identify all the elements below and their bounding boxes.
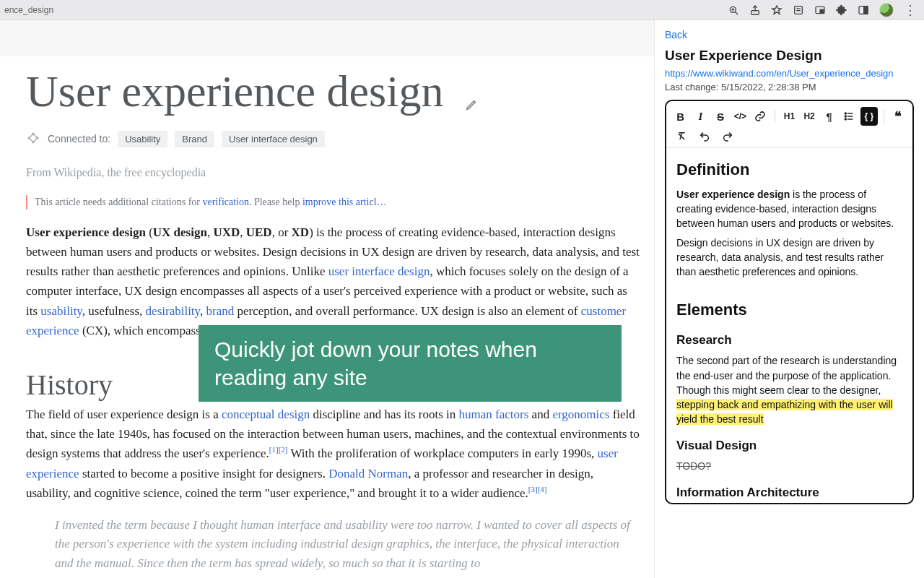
undo-button[interactable]: [697, 129, 712, 144]
note-def-p1: User experience design is the process of…: [676, 187, 902, 231]
reader-icon[interactable]: [793, 4, 804, 16]
note-h-research: Research: [676, 332, 902, 350]
star-icon[interactable]: [771, 4, 783, 16]
highlighted-text: stepping back and empathizing with the u…: [676, 399, 893, 425]
codeblock-button[interactable]: { }: [860, 107, 878, 126]
link-human-factors[interactable]: human factors: [459, 407, 529, 421]
back-link[interactable]: Back: [665, 29, 914, 40]
editor-body[interactable]: Definition User experience design is the…: [666, 148, 912, 503]
link-ergonomics[interactable]: ergonomics: [552, 407, 609, 421]
browser-menu-icon[interactable]: ⋮: [904, 4, 917, 17]
panel-title: User Experience Design: [665, 48, 914, 64]
note-h-definition: Definition: [676, 158, 902, 181]
notice-link-verification[interactable]: verification: [202, 197, 249, 207]
panel-url[interactable]: https://www.wikiwand.com/en/User_experie…: [665, 68, 914, 79]
chip-uid[interactable]: User interface design: [222, 131, 325, 147]
redo-button[interactable]: [720, 129, 736, 144]
bold-button[interactable]: B: [672, 107, 689, 126]
toolbar-separator: [775, 110, 775, 123]
svg-line-3: [736, 12, 738, 14]
svg-marker-5: [772, 6, 781, 14]
svg-point-20: [845, 113, 847, 114]
note-h-elements: Elements: [676, 298, 902, 322]
note-visual-p: TODO?: [676, 459, 902, 473]
panel-meta: Last change: 5/15/2022, 2:28:38 PM: [665, 82, 914, 92]
svg-point-21: [845, 116, 847, 117]
italic-button[interactable]: I: [692, 107, 710, 126]
pip-icon[interactable]: [814, 4, 826, 16]
profile-avatar[interactable]: [879, 3, 894, 17]
notice-link-improve[interactable]: improve this articl…: [302, 197, 387, 207]
term-uxd: User experience design: [26, 225, 146, 239]
notice-text-1: This article needs additional citations …: [35, 197, 202, 207]
ref-3-4[interactable]: [3][4]: [528, 485, 547, 493]
page-title-text: User experience design: [26, 66, 443, 116]
note-h-ia: Information Architecture: [676, 484, 902, 502]
edit-pencil-icon[interactable]: [465, 72, 479, 121]
promo-callout-text: Quickly jot down your notes when reading…: [214, 335, 606, 392]
link-button[interactable]: [751, 107, 769, 126]
intro-paragraph: User experience design (UX design, UXD, …: [26, 223, 640, 340]
svg-rect-10: [820, 9, 824, 12]
zoom-icon[interactable]: [728, 4, 739, 16]
svg-point-22: [845, 118, 847, 120]
h1-button[interactable]: H1: [781, 107, 798, 126]
connected-label: Connected to:: [48, 133, 110, 144]
sidepanel-icon[interactable]: [858, 4, 869, 16]
history-paragraph: The field of user experience design is a…: [26, 405, 640, 503]
ref-1-2[interactable]: [1][2]: [269, 446, 288, 454]
note-h-visual: Visual Design: [676, 437, 902, 455]
norman-quote: I invented the term because I thought hu…: [26, 516, 640, 573]
editor-container: B I S </> H1 H2 ¶ { } ❝: [665, 100, 914, 504]
visual-todo-strike: TODO?: [676, 460, 711, 472]
h2-button[interactable]: H2: [801, 107, 818, 126]
blockquote-button[interactable]: ❝: [889, 107, 907, 126]
link-norman[interactable]: Donald Norman: [328, 467, 408, 480]
list-button[interactable]: [840, 107, 858, 126]
link-conceptual[interactable]: conceptual design: [222, 407, 310, 421]
note-def-p2: Design decisions in UX design are driven…: [676, 236, 902, 280]
from-wikipedia: From Wikipedia, the free encyclopedia: [26, 166, 640, 179]
connected-bar: Connected to: Usability Brand User inter…: [26, 131, 640, 147]
link-uid[interactable]: user interface design: [328, 264, 430, 278]
notes-panel: Back User Experience Design https://www.…: [654, 20, 924, 578]
extensions-icon[interactable]: [836, 4, 847, 16]
url-fragment: ence_design: [4, 5, 728, 15]
browser-chrome: ence_design ⋮: [0, 0, 924, 20]
toolbar-separator-2: [884, 110, 884, 123]
article-main: User experience design Connected to: Usa…: [0, 56, 654, 578]
chip-usability[interactable]: Usability: [118, 131, 167, 147]
link-desirability[interactable]: desirability: [146, 304, 200, 318]
paragraph-button[interactable]: ¶: [821, 107, 838, 126]
note-research-p: The second part of the research is under…: [676, 353, 902, 426]
link-brand[interactable]: brand: [206, 304, 234, 318]
chrome-actions: ⋮: [728, 3, 920, 17]
editor-toolbar: B I S </> H1 H2 ¶ { } ❝: [666, 101, 912, 148]
link-usability[interactable]: usability: [40, 304, 82, 318]
share-icon[interactable]: [749, 4, 761, 16]
inline-code-button[interactable]: </>: [732, 107, 749, 126]
citation-notice: This article needs additional citations …: [26, 195, 640, 210]
notice-text-2: . Please help: [249, 197, 302, 207]
page-title: User experience design: [26, 66, 640, 121]
clear-format-button[interactable]: [674, 129, 689, 144]
svg-rect-12: [864, 6, 868, 14]
chip-brand[interactable]: Brand: [175, 131, 214, 147]
strike-button[interactable]: S: [712, 107, 729, 126]
graph-icon: [26, 131, 40, 147]
promo-callout: Quickly jot down your notes when reading…: [199, 325, 622, 402]
